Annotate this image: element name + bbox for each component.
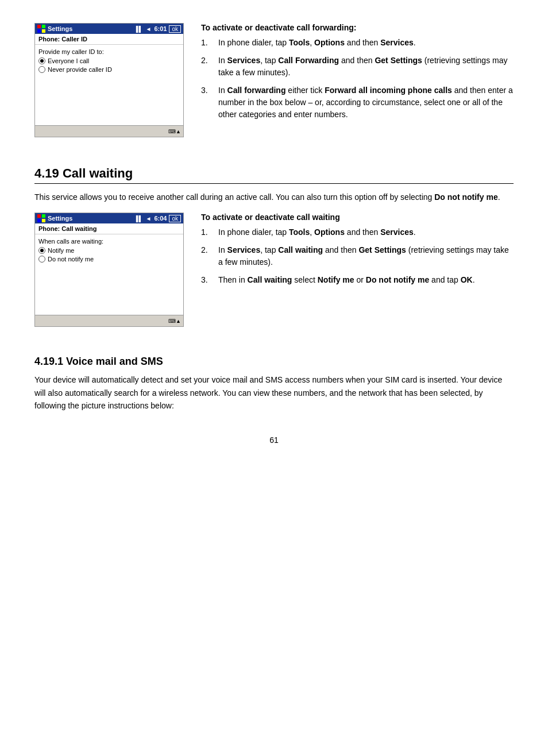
radio-donotnotify-row[interactable]: Do not notify me: [38, 256, 180, 263]
step-1: 1. In phone dialer, tap Tools, Options a…: [201, 37, 514, 49]
caller-id-instructions: To activate or deactivate call forwardin…: [201, 23, 514, 143]
phone-ok-button-cw[interactable]: ok: [169, 215, 181, 222]
phone-body-cw: When calls are waiting: Notify me Do not…: [35, 234, 183, 315]
svg-rect-0: [37, 25, 41, 28]
titlebar-left: Settings: [37, 25, 72, 33]
radio-never-label: Never provide caller ID: [48, 66, 112, 73]
svg-rect-2: [37, 29, 41, 33]
svg-rect-4: [37, 214, 41, 218]
step-2: 2. In Services, tap Call Forwarding and …: [201, 55, 514, 79]
svg-rect-5: [42, 214, 45, 218]
windows-logo-icon-cw: [37, 214, 45, 222]
page-number: 61: [34, 435, 514, 445]
radio-notify-icon[interactable]: [38, 247, 45, 254]
svg-rect-7: [42, 219, 45, 222]
phone-screen-caller-id: Settings ▐▌ ◄ 6:01 ok Phone: Caller ID P…: [34, 23, 184, 137]
svg-rect-3: [42, 29, 45, 33]
windows-logo-icon: [37, 25, 45, 33]
call-waiting-body-label: When calls are waiting:: [38, 238, 180, 245]
time-display-cw: 6:04: [154, 215, 167, 222]
caller-id-phone-screenshot: Settings ▐▌ ◄ 6:01 ok Phone: Caller ID P…: [34, 23, 184, 143]
call-waiting-phone-screenshot: Settings ▐▌ ◄ 6:04 ok Phone: Call waitin…: [34, 213, 184, 333]
cw-step-1: 1. In phone dialer, tap Tools, Options a…: [201, 226, 514, 238]
cw-step-2: 2. In Services, tap Call waiting and the…: [201, 244, 514, 268]
volume-icon-cw: ◄: [146, 215, 152, 222]
radio-notify-row[interactable]: Notify me: [38, 247, 180, 254]
caller-id-section: Settings ▐▌ ◄ 6:01 ok Phone: Caller ID P…: [34, 23, 514, 143]
titlebar-left-cw: Settings: [37, 214, 72, 222]
svg-rect-6: [37, 219, 41, 222]
call-waiting-description: This service allows you to receive anoth…: [34, 191, 514, 203]
phone-screen-call-waiting: Settings ▐▌ ◄ 6:04 ok Phone: Call waitin…: [34, 213, 184, 327]
radio-everyone-row[interactable]: Everyone I call: [38, 57, 180, 64]
signal-icon: ▐▌: [134, 26, 143, 32]
voicemail-heading: 4.19.1 Voice mail and SMS: [34, 356, 514, 368]
radio-everyone-label: Everyone I call: [48, 57, 89, 64]
keyboard-icon-cw[interactable]: ⌨▲: [168, 318, 181, 324]
call-waiting-heading: 4.19 Call waiting: [34, 166, 514, 184]
phone-body-caller-id: Provide my caller ID to: Everyone I call…: [35, 45, 183, 125]
call-waiting-instr-heading: To activate or deactivate call waiting: [201, 213, 514, 222]
radio-everyone-icon[interactable]: [38, 57, 45, 64]
caller-id-heading: To activate or deactivate call forwardin…: [201, 23, 514, 32]
call-waiting-instructions: To activate or deactivate call waiting 1…: [201, 213, 514, 333]
phone-subtitle-cw: Phone: Call waiting: [35, 223, 183, 234]
phone-footer-caller-id: ⌨▲: [35, 125, 183, 137]
signal-icon-cw: ▐▌: [134, 215, 143, 222]
radio-donotnotify-label: Do not notify me: [48, 256, 94, 263]
voicemail-description: Your device will automatically detect an…: [34, 373, 514, 412]
volume-icon: ◄: [146, 26, 152, 32]
phone-footer-cw: ⌨▲: [35, 315, 183, 326]
cw-step-3: 3. Then in Call waiting select Notify me…: [201, 274, 514, 286]
titlebar-title: Settings: [48, 25, 72, 32]
step-3: 3. In Call forwarding either tick Forwar…: [201, 84, 514, 121]
time-display: 6:01: [154, 25, 167, 32]
caller-id-steps: 1. In phone dialer, tap Tools, Options a…: [201, 37, 514, 121]
radio-donotnotify-icon[interactable]: [38, 256, 45, 263]
svg-rect-1: [42, 25, 45, 28]
radio-never-row[interactable]: Never provide caller ID: [38, 66, 180, 73]
caller-id-body-label: Provide my caller ID to:: [38, 48, 180, 55]
phone-titlebar-call-waiting: Settings ▐▌ ◄ 6:04 ok: [35, 213, 183, 223]
radio-never-icon[interactable]: [38, 66, 45, 73]
titlebar-title-cw: Settings: [48, 215, 72, 222]
keyboard-icon[interactable]: ⌨▲: [168, 129, 181, 134]
phone-titlebar-caller-id: Settings ▐▌ ◄ 6:01 ok: [35, 24, 183, 34]
call-waiting-section: Settings ▐▌ ◄ 6:04 ok Phone: Call waitin…: [34, 213, 514, 333]
call-waiting-steps: 1. In phone dialer, tap Tools, Options a…: [201, 226, 514, 286]
phone-subtitle-caller-id: Phone: Caller ID: [35, 34, 183, 45]
phone-ok-button[interactable]: ok: [169, 25, 181, 33]
radio-notify-label: Notify me: [48, 247, 74, 254]
